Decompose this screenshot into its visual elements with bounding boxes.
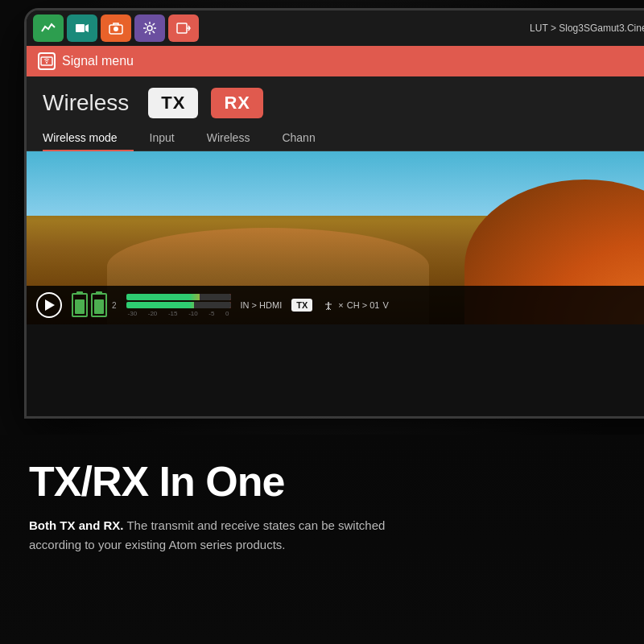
lut-label: LUT > Slog3SGamut3.CineToLC-70 xyxy=(530,23,644,34)
play-button[interactable] xyxy=(36,292,62,318)
battery-group: 2 xyxy=(72,293,117,317)
svg-point-4 xyxy=(147,26,152,31)
play-icon xyxy=(45,299,55,311)
tab-wireless[interactable]: Wireless xyxy=(207,125,266,151)
meter-fill-1 xyxy=(200,294,231,300)
battery-fill-2 xyxy=(94,299,104,314)
camera-icon[interactable] xyxy=(101,14,131,42)
antenna-icon xyxy=(322,299,335,312)
meter-fill-2 xyxy=(194,302,231,308)
controls-bar: 2 -30 -20 xyxy=(27,286,644,324)
description: Both TX and RX. The transmit and receive… xyxy=(29,516,415,555)
main-heading: TX/RX In One xyxy=(29,459,615,505)
settings-icon[interactable] xyxy=(134,14,165,42)
device-wrapper: LUT > Slog3SGamut3.CineToLC-70 Signal me… xyxy=(24,8,644,419)
meter-labels: -30 -20 -15 -10 -5 0 xyxy=(126,310,231,317)
monitor-frame: LUT > Slog3SGamut3.CineToLC-70 Signal me… xyxy=(24,8,644,419)
wireless-title: Wireless xyxy=(43,90,129,116)
submenu-tabs: Wireless mode Input Wireless Chann xyxy=(27,125,644,151)
signal-menu-label: Signal menu xyxy=(62,54,134,68)
signal-indicator: × CH > 01 V xyxy=(322,299,388,312)
tab-wireless-mode[interactable]: Wireless mode xyxy=(43,125,134,151)
video-icon[interactable] xyxy=(67,14,97,42)
battery-fill-1 xyxy=(75,299,85,314)
graph-icon[interactable] xyxy=(33,14,64,42)
signal-menu-icon xyxy=(38,52,56,70)
meter-bar-2 xyxy=(126,302,231,308)
v-label: V xyxy=(382,300,388,310)
audio-meter: -30 -20 -15 -10 -5 0 xyxy=(126,294,231,317)
tx-small-badge: TX xyxy=(291,299,312,312)
battery-number: 2 xyxy=(112,301,117,310)
svg-point-7 xyxy=(46,62,47,64)
rx-badge[interactable]: RX xyxy=(211,88,263,118)
ch-label: CH > 01 xyxy=(347,300,380,310)
battery-1 xyxy=(72,293,88,317)
tab-channel[interactable]: Chann xyxy=(282,125,331,151)
svg-rect-5 xyxy=(177,23,187,33)
svg-marker-1 xyxy=(85,24,89,32)
input-icon[interactable] xyxy=(168,14,199,42)
svg-point-3 xyxy=(114,27,118,31)
input-label: IN > HDMI xyxy=(241,300,283,310)
content-area: Wireless TX RX Wireless mode Input Wirel… xyxy=(27,76,644,324)
description-bold: Both TX and RX. xyxy=(29,518,124,532)
tx-badge[interactable]: TX xyxy=(148,88,198,118)
tab-input[interactable]: Input xyxy=(150,125,191,151)
signal-x-label: × xyxy=(338,300,343,310)
battery-2 xyxy=(91,293,107,317)
svg-rect-0 xyxy=(76,24,85,32)
screen: LUT > Slog3SGamut3.CineToLC-70 Signal me… xyxy=(27,10,644,416)
signal-menu-bar[interactable]: Signal menu xyxy=(27,46,644,76)
meter-bar-1 xyxy=(126,294,231,300)
video-preview: 2 -30 -20 xyxy=(27,151,644,324)
bottom-section: TX/RX In One Both TX and RX. The transmi… xyxy=(0,435,644,644)
toolbar: LUT > Slog3SGamut3.CineToLC-70 xyxy=(27,10,644,46)
wireless-header: Wireless TX RX xyxy=(27,76,644,125)
